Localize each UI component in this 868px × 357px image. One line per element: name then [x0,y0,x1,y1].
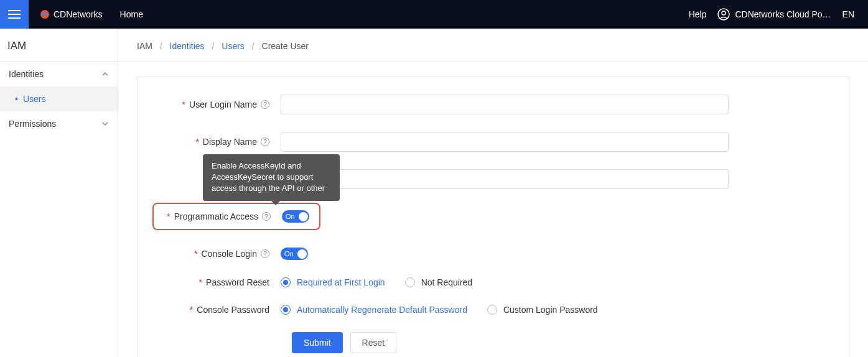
breadcrumb-separator: / [160,41,162,51]
profile-name: CDNetworks Cloud Po… [735,9,831,19]
required-mark: * [167,211,170,221]
svg-point-3 [40,10,49,19]
sidebar-item-users[interactable]: • Users [0,86,118,111]
brand[interactable]: CDNetworks [40,9,103,19]
radio-icon [487,305,497,315]
radio-icon [281,305,291,315]
radio-label: Not Required [421,277,473,287]
breadcrumb-separator: / [212,41,215,51]
brand-logo-icon [40,9,50,19]
password-reset-options: Required at First Login Not Required [281,277,472,287]
row-programmatic-access: Enable AccessKeyId and AccessKeySecret t… [156,203,830,230]
console-password-options: Automatically Regenerate Default Passwor… [281,305,598,315]
row-user-login-name: * User Login Name ? [156,95,830,114]
user-icon [717,8,730,21]
radio-label: Required at First Login [297,277,385,287]
submit-button[interactable]: Submit [292,332,343,353]
radio-not-required[interactable]: Not Required [405,277,473,287]
row-console-login: * Console Login ? On [156,248,830,260]
label-console-password: Console Password [197,305,269,315]
label-user-login-name: User Login Name [189,100,257,109]
toggle-knob-icon [297,249,307,259]
svg-point-5 [722,11,726,15]
breadcrumb-separator: / [252,41,254,51]
main-area: IAM / Identities / Users / Create User *… [118,29,868,357]
form-buttons: Submit Reset [292,332,830,353]
svg-rect-2 [8,17,21,19]
create-user-form: * User Login Name ? * Display Name ? [137,76,849,357]
label-display-name: Display Name [203,137,257,147]
required-mark: * [194,249,197,259]
radio-icon [405,277,415,287]
help-icon[interactable]: ? [261,137,269,146]
radio-custom-password[interactable]: Custom Login Password [487,305,598,315]
breadcrumb-current: Create User [262,41,309,51]
row-console-password: * Console Password Automatically Regener… [156,305,830,315]
label-console-login: Console Login [201,249,257,259]
toggle-knob-icon [299,212,308,221]
sidebar-item-label: Users [23,94,46,104]
help-icon[interactable]: ? [261,100,269,109]
reset-button[interactable]: Reset [350,332,397,353]
toggle-label: On [286,213,295,220]
required-mark: * [195,137,198,147]
breadcrumb-identities[interactable]: Identities [170,41,205,51]
breadcrumb-iam: IAM [137,41,152,51]
highlight-box: * Programmatic Access ? On [152,203,320,230]
nav-home[interactable]: Home [120,9,143,19]
sidebar: IAM Identities • Users Permissions [0,29,118,357]
sidebar-item-identities[interactable]: Identities [0,62,118,86]
chevron-down-icon [101,120,109,128]
display-name-input[interactable] [281,132,729,152]
label-programmatic-access: Programmatic Access [174,211,258,221]
sidebar-title: IAM [0,29,118,62]
help-icon[interactable]: ? [262,212,271,221]
row-display-name: * Display Name ? [156,132,830,152]
hamburger-icon [8,8,21,21]
label-password-reset: Password Reset [206,277,269,287]
profile-menu[interactable]: CDNetworks Cloud Po… [717,8,831,21]
help-icon[interactable]: ? [261,249,269,258]
chevron-up-icon [101,70,109,78]
menu-toggle-button[interactable] [0,0,29,29]
user-login-name-input[interactable] [281,95,729,114]
sidebar-item-label: Identities [9,69,44,79]
toggle-label: On [284,250,294,257]
programmatic-access-toggle[interactable]: On [282,210,309,223]
radio-label: Automatically Regenerate Default Passwor… [297,305,467,315]
radio-required-first-login[interactable]: Required at First Login [281,277,385,287]
breadcrumb-users[interactable]: Users [222,41,245,51]
row-password-reset: * Password Reset Required at First Login… [156,277,830,287]
breadcrumb: IAM / Identities / Users / Create User [118,29,868,62]
radio-auto-regenerate[interactable]: Automatically Regenerate Default Passwor… [281,305,467,315]
required-mark: * [190,305,193,315]
svg-rect-0 [8,10,21,11]
svg-rect-1 [8,14,21,15]
console-login-toggle[interactable]: On [281,248,308,260]
programmatic-access-tooltip: Enable AccessKeyId and AccessKeySecret t… [203,154,340,201]
sidebar-item-permissions[interactable]: Permissions [0,111,118,136]
radio-icon [281,277,291,287]
radio-label: Custom Login Password [503,305,598,315]
hidden-field-input[interactable] [281,169,729,189]
help-link[interactable]: Help [689,9,707,19]
bullet-icon: • [15,94,18,104]
sidebar-item-label: Permissions [9,119,56,129]
top-bar: CDNetworks Home Help CDNetworks Cloud Po… [0,0,868,29]
brand-name: CDNetworks [54,9,103,19]
required-mark: * [182,100,185,109]
topbar-right: Help CDNetworks Cloud Po… EN [689,8,868,21]
language-switch[interactable]: EN [842,9,854,19]
required-mark: * [199,277,202,287]
